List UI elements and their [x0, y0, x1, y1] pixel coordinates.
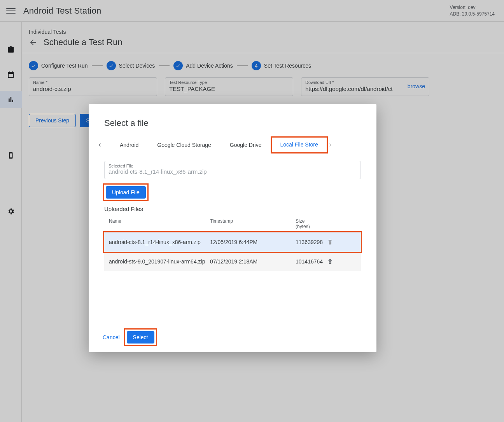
- upload-highlight: Upload File: [104, 185, 147, 200]
- tab-gcs[interactable]: Google Cloud Storage: [148, 137, 220, 153]
- tab-bar: Android Google Cloud Storage Google Driv…: [96, 137, 369, 153]
- delete-icon[interactable]: [327, 239, 338, 246]
- tab-local-file-store[interactable]: Local File Store: [271, 137, 327, 153]
- row-size: 101416764: [296, 258, 327, 265]
- col-name: Name: [109, 218, 210, 229]
- col-timestamp: Timestamp: [210, 218, 296, 229]
- dialog-title: Select a file: [92, 118, 373, 137]
- chevron-left-icon[interactable]: [96, 142, 110, 148]
- row-timestamp: 12/05/2019 6:44PM: [210, 239, 296, 245]
- upload-file-button[interactable]: Upload File: [106, 186, 146, 199]
- chevron-right-icon[interactable]: [327, 142, 341, 148]
- row-timestamp: 07/12/2019 2:18AM: [210, 258, 296, 265]
- select-highlight: Select: [125, 330, 156, 345]
- row-size: 113639298: [296, 239, 327, 245]
- select-file-dialog: Select a file Android Google Cloud Stora…: [89, 104, 376, 352]
- row-name: android-cts-8.1_r14-linux_x86-arm.zip: [109, 239, 210, 245]
- uploaded-files-table: Name Timestamp Size (bytes) android-cts-…: [104, 215, 361, 271]
- col-size: Size (bytes): [296, 218, 327, 229]
- table-row[interactable]: android-cts-8.1_r14-linux_x86-arm.zip 12…: [104, 232, 361, 252]
- selected-file-value: android-cts-8.1_r14-linux_x86-arm.zip: [108, 168, 357, 175]
- tab-drive[interactable]: Google Drive: [220, 137, 271, 153]
- row-name: android-sts-9.0_201907-linux-arm64.zip: [109, 258, 210, 265]
- uploaded-files-header: Uploaded Files: [104, 206, 361, 212]
- tab-android[interactable]: Android: [110, 137, 148, 153]
- selected-file-field[interactable]: Selected File android-cts-8.1_r14-linux_…: [104, 161, 361, 179]
- cancel-button[interactable]: Cancel: [103, 334, 120, 340]
- table-header: Name Timestamp Size (bytes): [104, 215, 361, 232]
- select-button[interactable]: Select: [127, 331, 154, 344]
- table-row[interactable]: android-sts-9.0_201907-linux-arm64.zip 0…: [104, 252, 361, 271]
- selected-file-label: Selected File: [108, 164, 357, 168]
- delete-icon[interactable]: [327, 258, 338, 265]
